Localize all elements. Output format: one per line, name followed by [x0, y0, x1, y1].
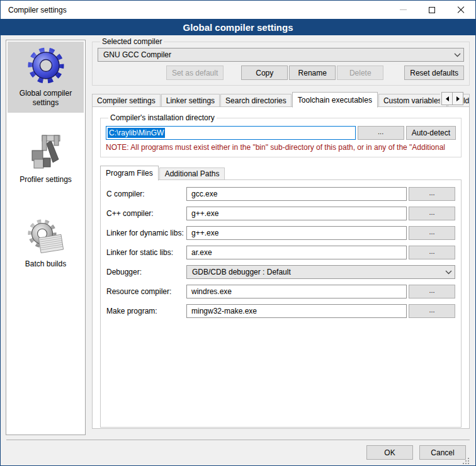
static-linker-input[interactable]: ar.exe [186, 246, 407, 259]
program-files-panel: C compiler: gcc.exe ... C++ compiler: g+… [100, 179, 462, 428]
main-panel: Selected compiler GNU GCC Compiler Set a… [92, 37, 470, 440]
compiler-buttons-row: Set as default Copy Rename Delete Reset … [98, 65, 464, 80]
installation-directory-group: Compiler's installation directory C:\ray… [100, 113, 462, 157]
debugger-row: Debugger: GDB/CDB debugger : Default [106, 265, 455, 279]
selected-compiler-legend: Selected compiler [100, 37, 164, 46]
installation-directory-input[interactable]: C:\raylib\MinGW [106, 126, 356, 140]
c-compiler-browse-button[interactable]: ... [409, 187, 455, 201]
triangle-left-icon [446, 96, 449, 101]
tab-compiler-settings[interactable]: Compiler settings [92, 94, 161, 107]
installation-directory-row: C:\raylib\MinGW ... Auto-detect [106, 126, 456, 140]
selected-compiler-dropdown[interactable]: GNU GCC Compiler [98, 48, 464, 62]
auto-detect-button[interactable]: Auto-detect [406, 126, 456, 140]
debugger-label: Debugger: [106, 268, 186, 276]
tab-linker-settings[interactable]: Linker settings [161, 94, 220, 107]
tab-search-directories[interactable]: Search directories [220, 94, 292, 107]
make-program-input[interactable]: mingw32-make.exe [186, 304, 407, 318]
make-program-label: Make program: [106, 307, 186, 315]
cpp-compiler-label: C++ compiler: [106, 209, 186, 218]
dynamic-linker-label: Linker for dynamic libs: [106, 229, 186, 237]
c-compiler-label: C compiler: [106, 190, 186, 198]
c-compiler-value: gcc.exe [191, 190, 217, 198]
titlebar: Compiler settings [1, 1, 475, 19]
window-title: Compiler settings [8, 6, 67, 14]
page-title: Global compiler settings [1, 19, 475, 35]
debugger-value: GDB/CDB debugger : Default [192, 268, 443, 276]
resource-compiler-input[interactable]: windres.exe [186, 285, 407, 298]
static-linker-label: Linker for static libs: [106, 248, 186, 257]
page-title-text: Global compiler settings [183, 22, 293, 33]
tab-scroll-right-button[interactable] [452, 92, 463, 105]
tab-program-files[interactable]: Program Files [100, 166, 159, 181]
resource-compiler-value: windres.exe [191, 287, 232, 296]
tab-toolchain-executables[interactable]: Toolchain executables [292, 92, 378, 108]
bin-subdirectory-note: NOTE: All programs must exist either in … [106, 143, 456, 152]
tab-additional-paths[interactable]: Additional Paths [159, 168, 225, 180]
installation-directory-value: C:\raylib\MinGW [108, 128, 165, 138]
cpp-compiler-input[interactable]: g++.exe [186, 207, 407, 220]
minimize-button[interactable] [388, 1, 417, 19]
selected-compiler-value: GNU GCC Compiler [103, 50, 451, 59]
footer-buttons: OK Cancel [366, 445, 466, 460]
minimize-icon [400, 9, 407, 10]
copy-button[interactable]: Copy [241, 65, 288, 80]
sidebar-item-global-compiler-settings[interactable]: Global compiler settings [8, 42, 84, 113]
tab-custom-variables[interactable]: Custom variables [378, 94, 447, 107]
cpp-compiler-row: C++ compiler: g++.exe ... [106, 207, 455, 220]
cancel-button[interactable]: Cancel [419, 445, 466, 460]
installation-directory-browse-button[interactable]: ... [358, 126, 404, 140]
resource-compiler-label: Resource compiler: [106, 287, 186, 296]
resource-compiler-browse-button[interactable]: ... [409, 285, 455, 298]
delete-button: Delete [337, 65, 383, 80]
settings-sidebar: Global compiler settings Profiler settin… [6, 40, 86, 435]
debugger-dropdown[interactable]: GDB/CDB debugger : Default [186, 265, 455, 279]
c-compiler-row: C compiler: gcc.exe ... [106, 187, 455, 201]
settings-tabstrip: Compiler settings Linker settings Search… [92, 91, 470, 107]
static-linker-row: Linker for static libs: ar.exe ... [106, 246, 455, 259]
cpp-compiler-browse-button[interactable]: ... [409, 207, 455, 220]
static-linker-value: ar.exe [191, 248, 212, 257]
maximize-button[interactable] [417, 1, 446, 19]
reset-defaults-button[interactable]: Reset defaults [404, 65, 464, 80]
c-compiler-input[interactable]: gcc.exe [186, 187, 407, 201]
ok-button[interactable]: OK [366, 445, 413, 460]
chevron-down-icon [445, 270, 452, 275]
chevron-down-icon [454, 53, 461, 57]
resize-grip[interactable] [463, 458, 469, 464]
sidebar-item-label: Global compiler settings [9, 89, 82, 108]
dynamic-linker-value: g++.exe [191, 229, 218, 237]
make-program-row: Make program: mingw32-make.exe ... [106, 304, 455, 318]
maximize-icon [429, 7, 435, 13]
triangle-right-icon [456, 96, 460, 101]
program-files-tabstrip: Program Files Additional Paths [100, 165, 462, 180]
blue-gear-icon [26, 45, 66, 86]
toolchain-executables-page: Compiler's installation directory C:\ray… [92, 106, 470, 429]
set-as-default-button: Set as default [166, 65, 224, 80]
sidebar-item-batch-builds[interactable]: Batch builds [8, 212, 84, 274]
static-linker-browse-button[interactable]: ... [409, 246, 455, 259]
tab-scroll-left-button[interactable] [441, 92, 453, 105]
rename-button[interactable]: Rename [289, 65, 336, 80]
window-controls [388, 1, 475, 19]
sidebar-item-profiler-settings[interactable]: Profiler settings [8, 128, 84, 190]
selected-compiler-group: Selected compiler GNU GCC Compiler Set a… [92, 37, 470, 86]
dynamic-linker-input[interactable]: g++.exe [186, 226, 407, 240]
make-program-browse-button[interactable]: ... [409, 304, 455, 318]
make-program-value: mingw32-make.exe [191, 307, 257, 315]
sidebar-item-label: Batch builds [25, 259, 66, 269]
sidebar-item-label: Profiler settings [20, 175, 72, 185]
tab-scroll-buttons [440, 92, 463, 105]
compiler-settings-window: Compiler settings Global compiler settin… [0, 0, 476, 466]
resource-compiler-row: Resource compiler: windres.exe ... [106, 285, 455, 298]
dynamic-linker-browse-button[interactable]: ... [409, 226, 455, 240]
cpp-compiler-value: g++.exe [191, 209, 218, 218]
dynamic-linker-row: Linker for dynamic libs: g++.exe ... [106, 226, 455, 240]
close-icon [457, 6, 465, 14]
installation-directory-legend: Compiler's installation directory [108, 113, 217, 122]
dialog-footer: OK Cancel [6, 440, 470, 465]
close-button[interactable] [446, 1, 475, 19]
gear-stack-icon [26, 216, 66, 256]
caliper-icon [26, 132, 66, 172]
